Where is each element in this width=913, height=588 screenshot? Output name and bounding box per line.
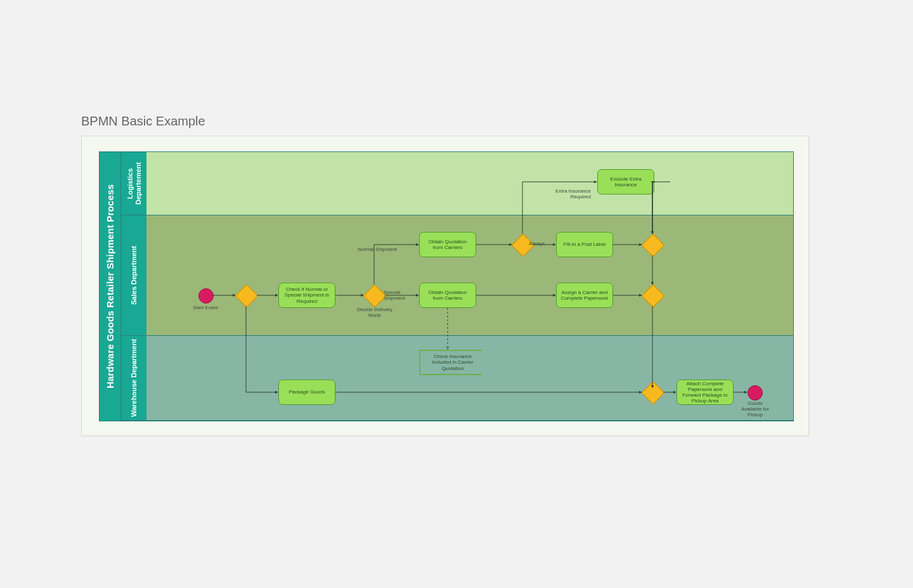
annotation-insurance-note: Check Insurance Included in Carrier Quot… — [419, 350, 482, 375]
lane-logistics: Logistics Departement Exclude Extra Insu… — [120, 152, 793, 215]
start-event-label: Start Event — [191, 305, 220, 311]
gateway-merge-top[interactable] — [642, 234, 665, 257]
end-event[interactable] — [748, 385, 763, 400]
task-quotation-special[interactable]: Obtain Quotation from Carriers — [419, 283, 476, 308]
lane-sales: Sales Department Start Event Check if No… — [120, 215, 793, 336]
lane-logistics-body: Exclude Extra Insurance Extra Insurance … — [146, 152, 793, 215]
lane-warehouse-title: Warehouse Department — [120, 336, 148, 420]
label-always: Always — [529, 241, 554, 247]
end-event-label: Goods Available for Pickup — [737, 401, 773, 418]
lane-sales-body: Start Event Check if Normal or Special S… — [146, 215, 793, 335]
bpmn-pool: Hardware Goods Retailer Shipment Process… — [99, 151, 794, 421]
lane-warehouse: Warehouse Department Check Insurance Inc… — [120, 336, 793, 421]
task-check-shipment[interactable]: Check if Normal or Special Shipment is R… — [278, 283, 335, 308]
diagram-frame: Hardware Goods Retailer Shipment Process… — [81, 136, 809, 436]
gateway-split-parallel[interactable] — [235, 284, 259, 308]
gateway-decide-mode[interactable] — [363, 284, 387, 308]
task-package-goods[interactable]: Package Goods — [278, 380, 335, 405]
lane-warehouse-body: Check Insurance Included in Carrier Quot… — [146, 336, 793, 420]
task-exclude-insurance[interactable]: Exclude Extra Insurance — [597, 169, 654, 195]
gateway-decide-mode-label: Decide Delivery Mode — [353, 307, 396, 319]
task-quotation-normal[interactable]: Obtain Quotation from Carriers — [419, 232, 476, 257]
lane-logistics-title: Logistics Departement — [120, 152, 148, 215]
task-attach-paperwork[interactable]: Attach Complete Paperwork and Forward Pa… — [677, 380, 734, 405]
start-event[interactable] — [198, 288, 214, 304]
task-fill-post-label[interactable]: Fill-In a Post Label — [556, 232, 613, 257]
gateway-merge-bottom[interactable] — [642, 381, 665, 405]
lane-sales-title: Sales Department — [120, 215, 148, 335]
label-normal-shipment: Normal Shipment — [346, 247, 397, 253]
page-title: BPMN Basic Example — [81, 114, 205, 129]
label-special-shipment: Special Shipment — [384, 290, 419, 302]
gateway-merge-mid[interactable] — [642, 284, 665, 308]
pool-title: Hardware Goods Retailer Shipment Process — [100, 152, 121, 421]
label-extra-insurance-required: Extra Insurance Required — [547, 189, 591, 200]
task-assign-carrier[interactable]: Assign a Carrier and Complete Paperwork — [556, 283, 613, 308]
